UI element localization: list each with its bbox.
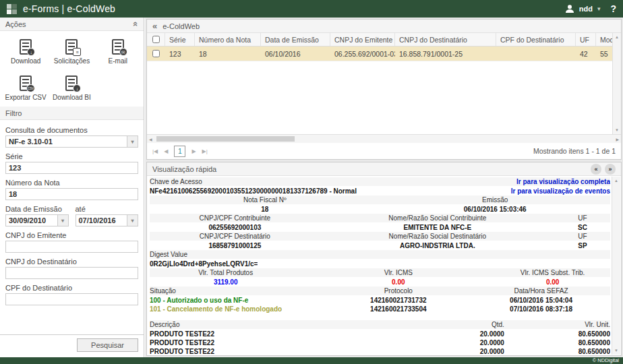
collapse-up-icon[interactable]: «: [131, 22, 141, 26]
results-panel-header: « e-ColdWeb: [147, 20, 621, 33]
scroll-down-icon[interactable]: ▼: [614, 348, 618, 353]
hscroll-thumb[interactable]: [156, 136, 295, 142]
action-download-bi[interactable]: ↓ Download BI: [49, 75, 94, 105]
user-menu[interactable]: ndd: [579, 5, 593, 13]
situacao-row: 100 - Autorizado o uso da NF-e 142160021…: [150, 296, 610, 305]
scroll-up-icon[interactable]: ▲: [615, 35, 619, 39]
produto-qtd: 20.0000: [426, 330, 504, 338]
data-sefaz-101: 07/10/2016 08:37:18: [472, 305, 610, 313]
ate-label: até: [76, 205, 139, 213]
top-bar: e-Forms | e-ColdWeb ndd ▾ ?: [0, 0, 623, 18]
data-ate-picker[interactable]: 07/10/2016 ▾: [76, 214, 139, 226]
produto-qtd: 20.0000: [426, 338, 504, 347]
nome-contribuinte-value: EMITENTE DA NFC-E: [320, 223, 555, 232]
cell-cnpj-destinatario: 16.858.791/0001-25: [395, 47, 496, 61]
pager-first-icon[interactable]: |◀: [152, 148, 158, 154]
col-cnpj-emitente[interactable]: CNPJ do Emitente: [330, 33, 395, 46]
vlr-icms-st-value: 0.00: [495, 278, 610, 286]
collapse-left-icon[interactable]: «: [152, 21, 157, 31]
col-numero[interactable]: Número da Nota: [195, 33, 261, 46]
col-uf[interactable]: UF: [576, 33, 596, 46]
cell-modelo: 55: [596, 47, 612, 61]
chevron-down-icon[interactable]: ▾: [597, 5, 601, 12]
filter-form: Consulta de documentos NF-e 3.10-01 ▾ Sé…: [0, 120, 144, 305]
scroll-up-icon[interactable]: ▲: [614, 179, 618, 183]
cell-cpf-destinatario: [496, 47, 576, 61]
produto-vlr: 80.650000: [504, 338, 610, 347]
produto-row: PRODUTO TESTE22 20.0000 80.650000: [150, 330, 610, 338]
serie-input[interactable]: [5, 162, 138, 174]
user-icon: [565, 4, 574, 13]
cnpj-destinatario-label: CNPJ/CPF Destinatário: [150, 232, 320, 241]
cell-cnpj-emitente: 06.255.692/0001-03: [330, 47, 395, 61]
table-vertical-scrollbar[interactable]: ▲ ▼: [612, 33, 621, 134]
data-sefaz-col-label: Data/Hora SEFAZ: [472, 286, 610, 295]
quickview-prev-button[interactable]: «: [591, 164, 601, 175]
main-area: « e-ColdWeb Série Número da Nota Data de…: [145, 18, 623, 357]
table-horizontal-scrollbar[interactable]: ◀ ▶: [147, 134, 621, 143]
select-all-checkbox[interactable]: [152, 36, 160, 43]
cpf-destinatario-input[interactable]: [5, 293, 138, 305]
col-serie[interactable]: Série: [165, 33, 195, 46]
scroll-down-icon[interactable]: ▼: [615, 128, 619, 132]
cell-serie: 123: [165, 47, 195, 61]
requests-document-icon: ≡: [65, 39, 78, 55]
results-panel: « e-ColdWeb Série Número da Nota Data de…: [146, 19, 622, 160]
consulta-select[interactable]: NF-e 3.10-01 ▾: [5, 135, 138, 148]
row-checkbox[interactable]: [152, 50, 160, 57]
pager-last-icon[interactable]: ▶|: [202, 148, 208, 154]
quickview-title: Visualização rápida: [152, 165, 216, 173]
cpf-destinatario-label: CPF do Destinatário: [5, 284, 138, 292]
app-logo-icon: [7, 4, 17, 14]
consulta-label: Consulta de documentos: [5, 126, 138, 134]
link-visualizacao-eventos[interactable]: Ir para visualização de eventos: [511, 187, 610, 195]
action-exportar-csv[interactable]: CSV Exportar CSV: [3, 75, 49, 105]
cell-data: 06/10/2016: [261, 47, 330, 61]
action-email[interactable]: ✉ E-mail: [95, 39, 141, 69]
cnpj-emitente-input[interactable]: [5, 241, 138, 253]
results-title: e-ColdWeb: [162, 22, 200, 30]
app-title: e-Forms | e-ColdWeb: [23, 3, 115, 14]
pager-next-icon[interactable]: ▶: [191, 148, 196, 154]
pager-page-1[interactable]: 1: [174, 146, 185, 157]
scroll-right-icon[interactable]: ▶: [616, 137, 619, 142]
data-emissao-label: Data de Emissão: [5, 205, 69, 213]
serie-label: Série: [5, 152, 138, 160]
quickview-header: Visualização rápida « »: [147, 162, 621, 176]
filter-footer: Pesquisar: [0, 334, 144, 357]
produto-desc: PRODUTO TESTE22: [150, 330, 426, 338]
situacao-status-100: 100 - Autorizado o uso da NF-e: [150, 296, 325, 305]
scroll-left-icon[interactable]: ◀: [149, 137, 152, 142]
produto-qtd: 20.0000: [426, 347, 504, 355]
help-button[interactable]: ?: [610, 3, 616, 14]
quickview-next-button[interactable]: »: [605, 164, 616, 175]
nota-fiscal-value: 18: [150, 205, 380, 214]
link-visualizacao-completa[interactable]: Ir para visualização completa: [516, 177, 610, 186]
cnpj-contribuinte-value: 06255692000103: [150, 223, 320, 232]
quickview-vertical-scrollbar[interactable]: ▲ ▼: [612, 177, 620, 355]
table-header-row: Série Número da Nota Data de Emissão CNP…: [147, 33, 612, 47]
protocolo-100: 142160021731732: [325, 296, 473, 305]
emissao-label: Emissão: [380, 195, 611, 204]
col-cnpj-destinatario[interactable]: CNPJ do Destinatário: [395, 33, 496, 46]
uf-destinatario-value: SP: [555, 241, 610, 250]
action-download[interactable]: ↓ Download: [3, 39, 49, 69]
email-document-icon: ✉: [112, 39, 124, 55]
pesquisar-button[interactable]: Pesquisar: [77, 338, 138, 352]
data-de-picker[interactable]: 30/09/2010 ▾: [5, 214, 69, 226]
vlr-total-produtos-label: Vlr. Total Produtos: [150, 268, 301, 277]
table-row[interactable]: 123 18 06/10/2016 06.255.692/0001-03 16.…: [147, 47, 612, 61]
quickview-body: Chave de Acesso Ir para visualização com…: [147, 176, 621, 355]
numero-nota-input[interactable]: [5, 188, 138, 200]
emissao-value: 06/10/2016 15:03:46: [380, 205, 611, 214]
col-modelo[interactable]: Modelo: [596, 33, 612, 46]
cnpj-destinatario-value: 16858791000125: [150, 241, 320, 250]
col-data-emissao[interactable]: Data de Emissão: [261, 33, 330, 46]
col-cpf-destinatario[interactable]: CPF do Destinatário: [496, 33, 576, 46]
cnpj-destinatario-input[interactable]: [5, 267, 138, 279]
vlr-icms-st-label: Vlr. ICMS Subst. Trib.: [495, 268, 610, 277]
actions-panel-header: Ações «: [0, 18, 144, 31]
vlr-unit-col-label: Vlr. Unit.: [504, 320, 610, 329]
pager-prev-icon[interactable]: ◀: [164, 148, 168, 154]
action-solicitacoes[interactable]: ≡ Solicitações: [49, 39, 94, 69]
